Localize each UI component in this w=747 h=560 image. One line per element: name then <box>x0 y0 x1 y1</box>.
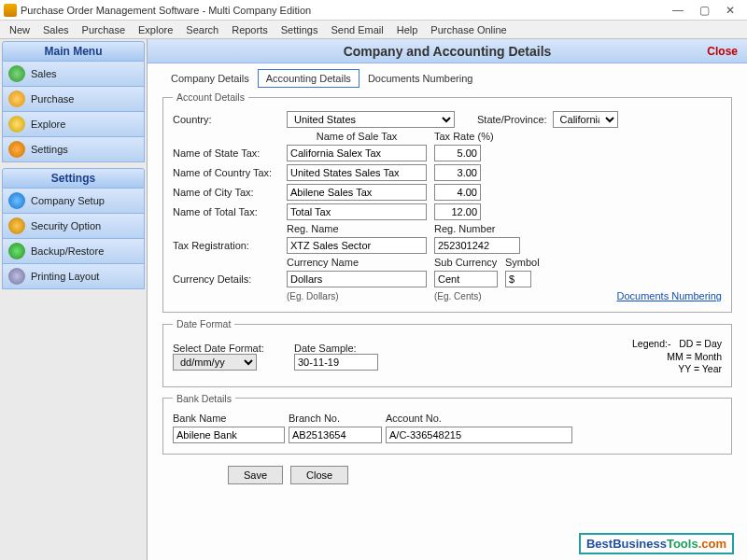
date-sample-label: Date Sample: <box>294 343 434 354</box>
country-label: Country: <box>173 114 287 125</box>
main-panel: Company and Accounting Details Close Com… <box>148 39 747 560</box>
total-tax-label: Name of Total Tax: <box>173 206 287 217</box>
country-tax-rate-input[interactable] <box>434 164 481 181</box>
page-title: Company and Accounting Details <box>344 44 552 59</box>
sidebar-item-company-setup[interactable]: Company Setup <box>2 189 145 214</box>
sidebar-item-label: Company Setup <box>31 195 105 206</box>
main-header: Company and Accounting Details Close <box>148 39 747 63</box>
legend-label: Legend:- <box>632 338 670 349</box>
date-format-select[interactable]: dd/mm/yy <box>173 354 257 371</box>
state-tax-label: Name of State Tax: <box>173 147 287 159</box>
bank-details-legend: Bank Details <box>173 393 235 404</box>
tabs: Company Details Accounting Details Docum… <box>148 63 747 88</box>
country-select[interactable]: United States <box>287 111 455 128</box>
maximize-button[interactable]: ▢ <box>691 2 717 19</box>
sidebar-item-printing-layout[interactable]: Printing Layout <box>2 264 145 289</box>
documents-numbering-link[interactable]: Documents Numbering <box>617 290 723 301</box>
tax-reg-number-input[interactable] <box>434 237 520 254</box>
reg-name-header: Reg. Name <box>287 223 427 234</box>
sidebar-item-sales[interactable]: Sales <box>2 62 145 87</box>
city-tax-rate-input[interactable] <box>434 184 481 201</box>
titlebar: Purchase Order Management Software - Mul… <box>0 0 747 21</box>
state-select[interactable]: California <box>553 111 618 128</box>
menu-new[interactable]: New <box>4 22 35 37</box>
sale-tax-name-header: Name of Sale Tax <box>287 131 427 142</box>
tax-reg-name-input[interactable] <box>287 237 427 254</box>
country-tax-label: Name of Country Tax: <box>173 167 287 178</box>
explore-icon <box>8 116 25 133</box>
sidebar-item-label: Security Option <box>31 220 101 231</box>
tab-company-details[interactable]: Company Details <box>162 69 258 88</box>
sidebar-item-label: Sales <box>31 68 57 79</box>
company-icon <box>8 192 25 209</box>
reg-number-header: Reg. Number <box>434 223 495 234</box>
sidebar: Main Menu Sales Purchase Explore Setting… <box>0 39 148 560</box>
date-format-legend: Date Format <box>173 318 234 329</box>
tab-accounting-details[interactable]: Accounting Details <box>258 69 359 88</box>
sidebar-item-label: Purchase <box>31 93 74 105</box>
sub-currency-input[interactable] <box>434 271 498 287</box>
sub-currency-header: Sub Currency <box>434 257 498 268</box>
symbol-header: Symbol <box>505 257 540 268</box>
currency-hint: (Eg. Dollars) <box>287 291 427 301</box>
menu-sales[interactable]: Sales <box>37 22 75 37</box>
menu-explore[interactable]: Explore <box>133 22 178 37</box>
sidebar-item-backup-restore[interactable]: Backup/Restore <box>2 239 145 264</box>
settings-icon <box>8 141 25 158</box>
date-format-group: Date Format Select Date Format: dd/mm/yy… <box>162 318 732 387</box>
tax-registration-label: Tax Registration: <box>173 240 287 251</box>
sales-icon <box>8 65 25 82</box>
menu-purchase[interactable]: Purchase <box>77 22 131 37</box>
sidebar-item-security-option[interactable]: Security Option <box>2 214 145 239</box>
currency-name-header: Currency Name <box>287 257 427 268</box>
sub-currency-hint: (Eg. Cents) <box>434 291 498 301</box>
city-tax-name-input[interactable] <box>287 184 427 201</box>
sidebar-item-label: Printing Layout <box>31 271 99 282</box>
sidebar-item-label: Explore <box>31 119 65 130</box>
window-title: Purchase Order Management Software - Mul… <box>21 5 665 16</box>
legend-dd: DD = Day <box>679 338 722 349</box>
symbol-input[interactable] <box>505 271 531 287</box>
currency-details-label: Currency Details: <box>173 273 287 285</box>
country-tax-name-input[interactable] <box>287 164 427 181</box>
bank-details-group: Bank Details Bank Name Branch No. Accoun… <box>162 393 732 455</box>
minimize-button[interactable]: — <box>665 2 691 19</box>
state-tax-rate-input[interactable] <box>434 145 481 161</box>
state-label: State/Province: <box>477 114 547 125</box>
sidebar-item-purchase[interactable]: Purchase <box>2 87 145 112</box>
sidebar-item-explore[interactable]: Explore <box>2 112 145 137</box>
menu-help[interactable]: Help <box>391 22 424 37</box>
account-details-legend: Account Details <box>173 91 248 103</box>
menu-purchase-online[interactable]: Purchase Online <box>425 22 512 37</box>
menu-settings[interactable]: Settings <box>275 22 324 37</box>
panel-close-button[interactable]: Close <box>707 45 738 58</box>
legend-yy: YY = Year <box>632 363 722 376</box>
bank-name-input[interactable] <box>173 427 285 443</box>
select-date-format-label: Select Date Format: <box>173 343 294 354</box>
menubar: New Sales Purchase Explore Search Report… <box>0 21 747 39</box>
branch-no-header: Branch No. <box>289 413 386 424</box>
branch-no-input[interactable] <box>289 427 382 443</box>
sidebar-header-main: Main Menu <box>2 41 145 62</box>
app-icon <box>4 4 17 17</box>
menu-search[interactable]: Search <box>180 22 224 37</box>
close-button[interactable]: Close <box>290 466 348 484</box>
security-icon <box>8 217 25 234</box>
total-tax-name-input[interactable] <box>287 203 427 220</box>
purchase-icon <box>8 91 25 107</box>
sidebar-header-settings: Settings <box>2 168 145 189</box>
menu-reports[interactable]: Reports <box>226 22 274 37</box>
currency-name-input[interactable] <box>287 271 427 287</box>
date-sample-input[interactable] <box>294 354 378 371</box>
tab-documents-numbering[interactable]: Documents Numbering <box>359 69 482 88</box>
sidebar-item-settings[interactable]: Settings <box>2 137 145 162</box>
account-details-group: Account Details Country: United States S… <box>162 91 732 313</box>
print-icon <box>8 268 25 285</box>
close-window-button[interactable]: ✕ <box>717 2 743 19</box>
legend-mm: MM = Month <box>632 351 722 364</box>
state-tax-name-input[interactable] <box>287 145 427 161</box>
total-tax-rate-input[interactable] <box>434 203 481 220</box>
menu-send-email[interactable]: Send Email <box>325 22 388 37</box>
save-button[interactable]: Save <box>228 466 283 484</box>
account-no-input[interactable] <box>386 427 572 443</box>
